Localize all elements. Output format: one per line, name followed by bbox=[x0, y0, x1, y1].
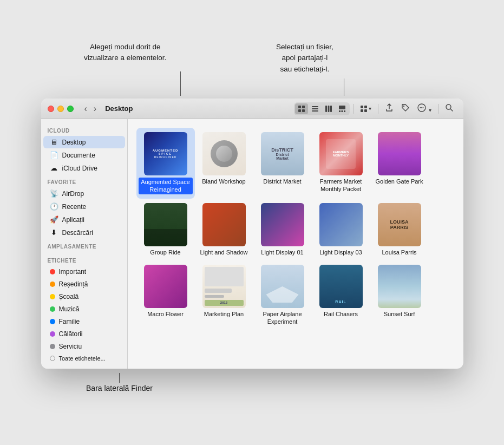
maximize-button[interactable] bbox=[67, 106, 74, 112]
svg-rect-1 bbox=[302, 106, 305, 108]
sidebar-label-important: Important bbox=[59, 268, 87, 276]
sidebar-item-scoala[interactable]: Școală bbox=[43, 291, 125, 303]
share-button[interactable] bbox=[382, 102, 397, 115]
sidebar-item-familie[interactable]: Familie bbox=[43, 316, 125, 328]
svg-rect-6 bbox=[312, 110, 318, 112]
sidebar-label-serviciu: Serviciu bbox=[59, 343, 82, 350]
thumb-art-macro bbox=[144, 265, 187, 308]
thumb-art-display03 bbox=[319, 203, 363, 246]
callout-line-1 bbox=[180, 71, 181, 96]
file-grid: AUGMENTED SPICE REIMAGINED Augmented Spa… bbox=[128, 119, 463, 369]
tag-dot-calatorii bbox=[50, 331, 55, 337]
file-item-louisa[interactable]: LOUISAPARRIS Louisa Parris bbox=[370, 199, 429, 260]
thumb-art-groupride bbox=[144, 203, 187, 246]
sidebar-item-documents[interactable]: 📄 Documente bbox=[43, 149, 125, 161]
view-gallery-button[interactable] bbox=[336, 103, 349, 114]
file-name-district: District Market bbox=[263, 178, 301, 185]
file-item-marketing[interactable]: 2012 Marketing Plan bbox=[195, 260, 253, 330]
svg-rect-2 bbox=[298, 109, 301, 112]
sidebar-item-resedinta[interactable]: Reședință bbox=[43, 278, 125, 290]
group-button[interactable]: ▾ bbox=[357, 103, 375, 114]
sidebar-section-places: Amplasamente bbox=[41, 239, 127, 251]
view-list-button[interactable] bbox=[309, 103, 322, 114]
sidebar-label-descarcari: Descărcări bbox=[62, 229, 93, 237]
sidebar-item-important[interactable]: Important bbox=[43, 266, 125, 278]
back-button[interactable]: ‹ bbox=[82, 103, 89, 115]
file-name-farmers: Farmers Market Monthly Packet bbox=[314, 178, 368, 193]
file-thumb-farmers: FARMERSMONTHLY bbox=[319, 132, 363, 175]
file-name-augmented: Augmented Space Reimagined bbox=[139, 178, 193, 194]
file-item-display01[interactable]: Light Display 01 bbox=[253, 199, 312, 260]
sidebar-item-serviciu[interactable]: Serviciu bbox=[43, 341, 125, 352]
sidebar-item-recente[interactable]: 🕐 Recente bbox=[43, 200, 125, 213]
airdrop-icon: 📡 bbox=[50, 189, 58, 198]
file-name-paper: Paper Airplane Experiment bbox=[256, 310, 310, 326]
file-item-bland[interactable]: Bland Workshop bbox=[195, 128, 253, 199]
file-item-augmented[interactable]: AUGMENTED SPICE REIMAGINED Augmented Spa… bbox=[136, 128, 195, 199]
file-thumb-lightshadow bbox=[202, 203, 246, 246]
file-item-district[interactable]: DisTRICT District Market District Market bbox=[253, 128, 312, 199]
minimize-button[interactable] bbox=[57, 106, 64, 112]
view-columns-button[interactable] bbox=[322, 103, 335, 114]
sidebar-item-descarcari[interactable]: ⬇ Descărcări bbox=[43, 226, 125, 239]
file-item-golden[interactable]: Golden Gate Park bbox=[370, 128, 429, 199]
file-name-rail: Rail Chasers bbox=[324, 310, 358, 318]
sidebar-label-calatorii: Călătorii bbox=[59, 330, 83, 338]
file-thumb-sunset bbox=[378, 265, 421, 308]
sidebar-item-calatorii[interactable]: Călătorii bbox=[43, 328, 125, 340]
file-name-louisa: Louisa Parris bbox=[382, 248, 416, 256]
file-item-lightshadow[interactable]: Light and Shadow bbox=[195, 199, 253, 260]
thumb-art-farmers: FARMERSMONTHLY bbox=[319, 132, 363, 175]
sidebar-item-all-tags[interactable]: Toate etichetele... bbox=[43, 353, 125, 364]
sidebar-label-all-tags: Toate etichetele... bbox=[59, 355, 106, 362]
tag-dot-resedinta bbox=[50, 282, 55, 287]
sidebar-label-recente: Recente bbox=[62, 203, 87, 211]
file-item-rail[interactable]: RAIL Rail Chasers bbox=[312, 260, 370, 330]
file-item-display03[interactable]: Light Display 03 bbox=[312, 199, 370, 260]
sidebar-item-desktop[interactable]: 🖥 Desktop bbox=[43, 136, 125, 148]
file-thumb-groupride bbox=[144, 203, 187, 246]
thumb-art-paper bbox=[261, 265, 304, 308]
sidebar-item-aplicatii[interactable]: 🚀 Aplicații bbox=[43, 213, 125, 226]
tag-dot-important bbox=[50, 269, 55, 274]
file-item-groupride[interactable]: Group Ride bbox=[136, 199, 195, 260]
svg-point-20 bbox=[420, 107, 421, 108]
file-name-groupride: Group Ride bbox=[150, 248, 180, 256]
file-thumb-display01 bbox=[261, 203, 304, 246]
sidebar-item-muzica[interactable]: Muzică bbox=[43, 303, 125, 315]
close-button[interactable] bbox=[48, 106, 54, 112]
file-name-bland: Bland Workshop bbox=[202, 178, 246, 185]
forward-button[interactable]: › bbox=[91, 103, 99, 115]
tag-button[interactable] bbox=[398, 102, 413, 115]
file-item-sunset[interactable]: Sunset Surf bbox=[370, 260, 429, 330]
breadcrumb: Desktop bbox=[105, 104, 133, 113]
file-item-paper[interactable]: Paper Airplane Experiment bbox=[253, 260, 312, 330]
svg-rect-11 bbox=[339, 110, 341, 112]
sidebar-item-airdrop[interactable]: 📡 AirDrop bbox=[43, 187, 125, 200]
thumb-art-louisa: LOUISAPARRIS bbox=[378, 203, 421, 246]
search-button[interactable] bbox=[442, 102, 457, 115]
more-button[interactable]: ▾ bbox=[414, 102, 434, 115]
svg-rect-14 bbox=[361, 106, 363, 108]
view-icon-button[interactable] bbox=[295, 103, 308, 114]
svg-rect-8 bbox=[328, 106, 330, 112]
sidebar-label-aplicatii: Aplicații bbox=[62, 216, 84, 224]
file-item-farmers[interactable]: FARMERSMONTHLY Farmers Market Monthly Pa… bbox=[312, 128, 370, 199]
file-item-macro[interactable]: Macro Flower bbox=[136, 260, 195, 330]
sidebar-label-icloud: iCloud Drive bbox=[62, 165, 97, 172]
sidebar-item-icloud-drive[interactable]: ☁ iCloud Drive bbox=[43, 162, 125, 174]
file-name-lightshadow: Light and Shadow bbox=[200, 248, 247, 256]
sidebar-label-scoala: Școală bbox=[59, 293, 79, 300]
file-thumb-district: DisTRICT District Market bbox=[261, 132, 304, 175]
file-thumb-paper bbox=[261, 265, 304, 308]
svg-line-24 bbox=[450, 109, 453, 111]
sidebar-label-documents: Documente bbox=[62, 152, 95, 159]
tag-dot-all bbox=[50, 356, 55, 361]
thumb-art-rail: RAIL bbox=[319, 265, 363, 308]
thumb-art-marketing: 2012 bbox=[202, 265, 246, 308]
svg-rect-15 bbox=[364, 106, 367, 108]
descarcari-icon: ⬇ bbox=[50, 228, 58, 237]
sidebar-label-muzica: Muzică bbox=[59, 305, 80, 313]
file-thumb-augmented: AUGMENTED SPICE REIMAGINED bbox=[144, 132, 187, 175]
tag-dot-muzica bbox=[50, 306, 55, 312]
